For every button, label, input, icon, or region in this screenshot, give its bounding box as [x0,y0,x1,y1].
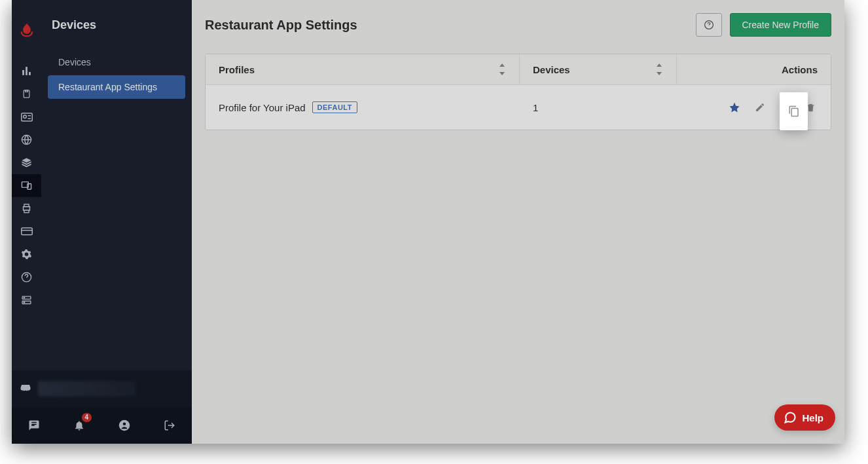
column-profiles[interactable]: Profiles [206,54,520,84]
svg-rect-2 [29,72,31,75]
sort-icon [655,63,663,75]
svg-rect-3 [24,90,29,98]
svg-point-20 [123,423,126,426]
svg-point-16 [24,297,24,298]
layers-icon[interactable] [12,151,41,174]
profile-name: Profile for Your iPad [219,102,306,113]
svg-point-17 [24,302,24,302]
page-title: Restaurant App Settings [205,18,357,33]
chat-icon[interactable] [24,416,44,435]
bell-icon[interactable]: 4 [69,416,89,435]
server-icon[interactable] [12,289,41,312]
help-chip-label: Help [802,412,823,423]
user-icon[interactable] [115,416,134,435]
copy-icon [788,105,800,118]
id-card-icon[interactable] [12,105,41,128]
bar-chart-icon[interactable] [12,60,41,82]
svg-rect-9 [24,207,30,211]
devices-icon[interactable] [12,174,41,197]
default-badge: DEFAULT [312,101,357,113]
bottom-bar: 4 [12,407,192,444]
svg-rect-0 [22,70,24,75]
profiles-table: Profiles Devices Actions Profile for You… [205,54,831,130]
card-icon[interactable] [12,220,41,243]
clipboard-icon[interactable] [12,82,41,105]
sidebar-item-devices[interactable]: Devices [48,50,185,74]
device-count: 1 [520,102,677,113]
help-button[interactable] [696,13,722,37]
sidebar-item-restaurant-app-settings[interactable]: Restaurant App Settings [48,75,185,99]
column-profiles-label: Profiles [219,64,255,75]
store-selector[interactable] [12,370,192,407]
printer-icon[interactable] [12,197,41,220]
table-row[interactable]: Profile for Your iPad DEFAULT 1 [206,85,831,130]
svg-rect-12 [21,228,32,235]
help-chip[interactable]: Help [774,404,835,431]
column-devices[interactable]: Devices [520,54,677,84]
main-content: Restaurant App Settings Create New Profi… [192,0,844,444]
svg-rect-1 [26,67,27,75]
star-icon[interactable] [726,99,742,116]
svg-rect-11 [24,210,29,213]
svg-point-5 [23,115,26,118]
chat-bubble-icon [784,411,797,424]
notification-badge: 4 [82,413,92,422]
store-icon [20,383,31,395]
create-profile-button[interactable]: Create New Profile [730,13,832,37]
question-circle-icon[interactable] [12,266,41,289]
column-actions: Actions [677,54,831,84]
store-name-blurred [38,381,136,397]
column-devices-label: Devices [533,64,570,75]
gear-icon[interactable] [12,243,41,266]
logout-icon[interactable] [160,416,179,435]
app-logo [12,16,41,45]
globe-icon[interactable] [12,128,41,151]
sidebar-title: Devices [41,18,192,50]
sort-icon [498,63,506,75]
duplicate-action-highlight[interactable] [780,92,808,130]
column-actions-label: Actions [782,64,818,75]
svg-rect-10 [24,204,29,207]
pencil-icon[interactable] [751,99,768,116]
